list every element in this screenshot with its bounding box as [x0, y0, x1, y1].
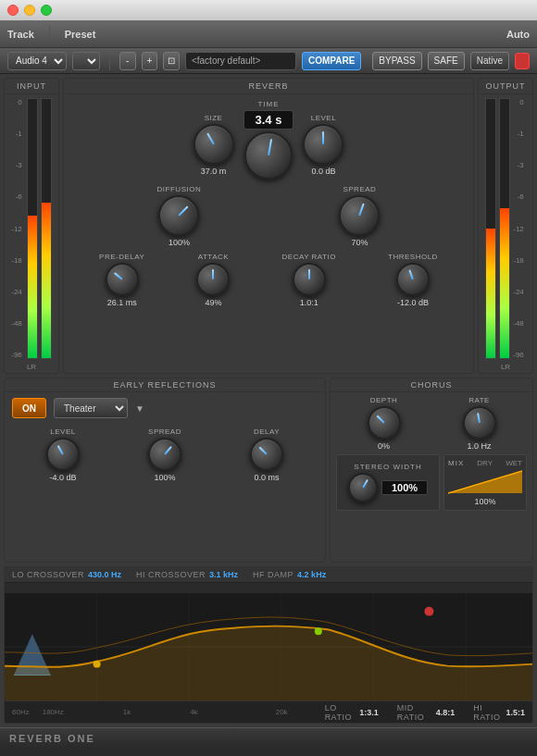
minus-button[interactable]: - [119, 52, 136, 70]
decay-ratio-knob[interactable] [293, 263, 326, 296]
bottom-plugin-label: REVERB ONE [9, 733, 95, 744]
input-scale: 0 -1 -3 -6 -12 -18 -24 -48 -96 [11, 98, 24, 359]
mix-triangle-visual [448, 467, 522, 495]
hf-damp-dot[interactable] [424, 607, 433, 616]
level-knob[interactable] [303, 124, 343, 165]
predelay-knob[interactable] [106, 263, 139, 296]
track-select[interactable]: Audio 4 [7, 52, 67, 70]
lo-crossover-param: LO CROSSOVER 430.0 Hz [12, 570, 121, 579]
chorus-label: CHORUS [331, 378, 532, 392]
decay-ratio-label: DECAY RATIO [282, 253, 336, 261]
time-row: TIME SIZE 37.0 m 3.4 s [69, 100, 468, 180]
predelay-label: PRE-DELAY [99, 253, 144, 261]
rate-label: RATE [468, 396, 490, 404]
input-meter-right [41, 98, 52, 359]
size-label: SIZE [205, 114, 223, 122]
spread-label: SPREAD [343, 185, 376, 193]
mix-percent: 100% [448, 497, 522, 506]
diffusion-knob-group: DIFFUSION 100% [157, 185, 202, 247]
size-value: 37.0 m [201, 167, 227, 176]
attack-value: 49% [205, 298, 221, 307]
level-value: 0.0 dB [311, 167, 335, 176]
compare-button[interactable]: COMPARE [302, 52, 361, 70]
diffusion-value: 100% [169, 238, 190, 247]
stereo-width-value: 100% [381, 480, 428, 495]
rate-knob[interactable] [463, 406, 496, 440]
predelay-knob-group: PRE-DELAY 26.1 ms [99, 253, 144, 307]
hi-ratio-label: HI RATIO [473, 703, 502, 722]
stereo-width-knob[interactable] [348, 473, 378, 502]
decay-ratio-value: 1.0:1 [300, 298, 318, 307]
bypass-button[interactable]: BYPASS [372, 52, 421, 70]
depth-knob[interactable] [368, 406, 401, 440]
mix-wet-label: WET [506, 459, 522, 467]
hi-ratio-item: HI RATIO 1.5:1 [473, 703, 525, 722]
time-knob[interactable] [244, 131, 293, 180]
output-level-right [500, 208, 509, 358]
output-lr-label: LR [501, 361, 510, 373]
middle-row: EARLY REFLECTIONS ON Theater ▼ LEVEL -4.… [4, 378, 533, 563]
safe-button[interactable]: SAFE [428, 52, 465, 70]
hi-crossover-value: 3.1 kHz [209, 570, 238, 579]
er-level-knob-group: LEVEL -4.0 dB [46, 428, 80, 482]
eq-section: LO CROSSOVER 430.0 Hz HI CROSSOVER 3.1 k… [4, 566, 533, 724]
threshold-knob[interactable] [396, 263, 430, 296]
er-level-value: -4.0 dB [49, 473, 76, 482]
hf-damp-label: HF DAMP [253, 570, 293, 579]
mid-ratio-label: MID RATIO [397, 703, 432, 722]
eq-header: LO CROSSOVER 430.0 Hz HI CROSSOVER 3.1 k… [5, 567, 532, 583]
hi-crossover-dot[interactable] [315, 627, 322, 635]
time-label: TIME [257, 100, 279, 108]
er-spread-value: 100% [154, 473, 175, 482]
preset-display: <factory default> [185, 52, 296, 70]
minimize-button[interactable] [24, 5, 35, 16]
er-preset-select[interactable]: Theater [54, 398, 128, 418]
output-label: OUTPUT [479, 79, 532, 94]
channel-select[interactable]: c [72, 52, 100, 70]
size-knob[interactable] [194, 124, 234, 165]
lo-ratio-item: LO RATIO 1:3.1 [325, 703, 379, 722]
maximize-button[interactable] [41, 5, 52, 16]
spread-knob-group: SPREAD 70% [339, 185, 380, 247]
chorus-section: CHORUS DEPTH 0% RATE [330, 378, 533, 563]
stereo-width-label: STEREO WIDTH [354, 463, 421, 471]
lo-ratio-value: 1:3.1 [359, 708, 379, 717]
chorus-top: DEPTH 0% RATE 1.0 Hz [336, 396, 527, 451]
record-button[interactable] [515, 53, 530, 69]
hf-damp-param: HF DAMP 4.2 kHz [253, 570, 326, 579]
hi-crossover-param: HI CROSSOVER 3.1 kHz [136, 570, 238, 579]
close-button[interactable] [7, 5, 19, 16]
dropdown-arrow-icon: ▼ [135, 403, 144, 414]
native-button[interactable]: Native [470, 52, 509, 70]
bottom-knobs-row: PRE-DELAY 26.1 ms ATTACK 49% [69, 253, 468, 307]
input-meter-left [27, 98, 38, 359]
er-spread-knob-group: SPREAD 100% [148, 428, 181, 482]
toolbar2: Audio 4 c - + ⊡ <factory default> COMPAR… [0, 48, 537, 74]
threshold-label: THRESHOLD [388, 253, 438, 261]
lo-crossover-dot[interactable] [94, 661, 101, 668]
plus-button[interactable]: + [142, 52, 158, 70]
er-on-button[interactable]: ON [12, 398, 46, 418]
er-level-knob[interactable] [46, 438, 80, 471]
mid-ratio-value: 4.8:1 [436, 708, 456, 717]
diffusion-spread-row: DIFFUSION 100% SPREAD 70% [69, 185, 468, 247]
er-spread-knob[interactable] [148, 438, 181, 471]
spread-knob[interactable] [339, 195, 380, 236]
decay-ratio-knob-group: DECAY RATIO 1.0:1 [282, 253, 336, 307]
er-delay-knob[interactable] [250, 438, 283, 471]
diffusion-knob[interactable] [158, 195, 199, 236]
hi-crossover-label: HI CROSSOVER [136, 570, 206, 579]
threshold-value: -12.0 dB [397, 298, 429, 307]
output-meter-left [485, 98, 496, 359]
attack-knob[interactable] [196, 263, 230, 296]
depth-knob-group: DEPTH 0% [368, 396, 401, 451]
lo-ratio-label: LO RATIO [325, 703, 356, 722]
toolbar-sep-1 [49, 25, 50, 43]
plugin-body: INPUT 0 -1 -3 -6 -12 -18 -24 -48 -96 [0, 74, 537, 727]
output-scale: 0 -1 -3 -6 -12 -18 -24 -48 -96 [513, 98, 526, 359]
track-label: Track [7, 29, 34, 40]
er-delay-label: DELAY [254, 428, 280, 436]
top-row: INPUT 0 -1 -3 -6 -12 -18 -24 -48 -96 [4, 78, 533, 374]
copy-button[interactable]: ⊡ [163, 52, 180, 70]
eq-graph[interactable] [5, 593, 532, 700]
